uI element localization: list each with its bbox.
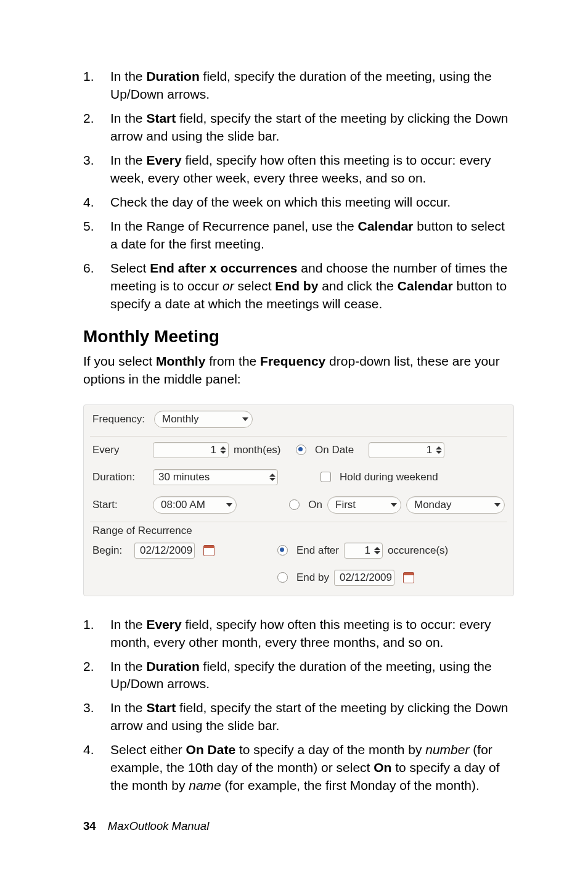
step: 2.In the Duration field, specify the dur… bbox=[83, 658, 514, 694]
end-by-date-field[interactable]: 02/12/2009 bbox=[334, 570, 394, 586]
begin-date-field[interactable]: 02/12/2009 bbox=[134, 543, 195, 559]
section-heading: Monthly Meeting bbox=[83, 327, 514, 347]
step: 5.In the Range of Recurrence panel, use … bbox=[83, 218, 514, 253]
start-label: Start: bbox=[92, 499, 148, 511]
chevron-down-icon bbox=[494, 503, 500, 507]
every-unit: month(es) bbox=[234, 444, 281, 456]
intro-paragraph: If you select Monthly from the Frequency… bbox=[83, 353, 514, 388]
spinner-icon bbox=[269, 474, 276, 481]
step: 3.In the Start field, specify the start … bbox=[83, 699, 514, 735]
on-date-radio[interactable] bbox=[296, 445, 306, 455]
end-by-label: End by bbox=[296, 572, 329, 584]
step: 6.Select End after x occurrences and cho… bbox=[83, 260, 514, 313]
end-after-unit: occurence(s) bbox=[388, 544, 448, 557]
frequency-label: Frequency: bbox=[92, 413, 154, 425]
chevron-down-icon bbox=[226, 503, 232, 507]
chevron-down-icon bbox=[391, 503, 397, 507]
every-label: Every bbox=[92, 444, 148, 456]
hold-weekend-checkbox[interactable] bbox=[321, 472, 331, 482]
step: 4.Select either On Date to specify a day… bbox=[83, 741, 514, 795]
page-footer: 34 MaxOutlook Manual bbox=[83, 819, 514, 833]
weekday-select[interactable]: Monday bbox=[406, 496, 505, 514]
step: 4.Check the day of the week on which thi… bbox=[83, 194, 514, 211]
ordinal-select[interactable]: First bbox=[327, 496, 401, 514]
step: 1.In the Duration field, specify the dur… bbox=[83, 68, 514, 104]
begin-label: Begin: bbox=[92, 544, 129, 557]
on-ordinal-radio[interactable] bbox=[289, 499, 300, 510]
on-label: On bbox=[308, 499, 322, 511]
manual-title: MaxOutlook Manual bbox=[108, 819, 210, 832]
spinner-icon bbox=[436, 446, 442, 454]
hold-weekend-label: Hold during weekend bbox=[340, 471, 438, 483]
recurrence-dialog: Frequency: Monthly Every 1 month(es) On … bbox=[83, 404, 514, 596]
page-number: 34 bbox=[83, 819, 96, 832]
duration-stepper[interactable]: 30 minutes bbox=[153, 469, 278, 485]
start-time-select[interactable]: 08:00 AM bbox=[153, 496, 237, 514]
steps-list-1: 1.In the Duration field, specify the dur… bbox=[83, 68, 514, 313]
duration-label: Duration: bbox=[92, 471, 148, 483]
end-after-stepper[interactable]: 1 bbox=[344, 543, 383, 559]
step: 2.In the Start field, specify the start … bbox=[83, 110, 514, 146]
on-date-label: On Date bbox=[315, 444, 354, 456]
on-date-stepper[interactable]: 1 bbox=[369, 442, 444, 458]
calendar-icon[interactable] bbox=[403, 572, 414, 583]
end-after-label: End after bbox=[296, 544, 339, 557]
frequency-select[interactable]: Monthly bbox=[154, 411, 253, 428]
spinner-icon bbox=[220, 446, 226, 454]
step: 1.In the Every field, specify how often … bbox=[83, 616, 514, 652]
spinner-icon bbox=[374, 547, 380, 554]
every-stepper[interactable]: 1 bbox=[153, 442, 229, 458]
end-by-radio[interactable] bbox=[277, 572, 288, 583]
end-after-radio[interactable] bbox=[277, 545, 288, 556]
steps-list-2: 1.In the Every field, specify how often … bbox=[83, 616, 514, 795]
range-title: Range of Recurrence bbox=[92, 525, 505, 537]
chevron-down-icon bbox=[242, 417, 248, 421]
calendar-icon[interactable] bbox=[203, 545, 214, 556]
step: 3.In the Every field, specify how often … bbox=[83, 152, 514, 187]
